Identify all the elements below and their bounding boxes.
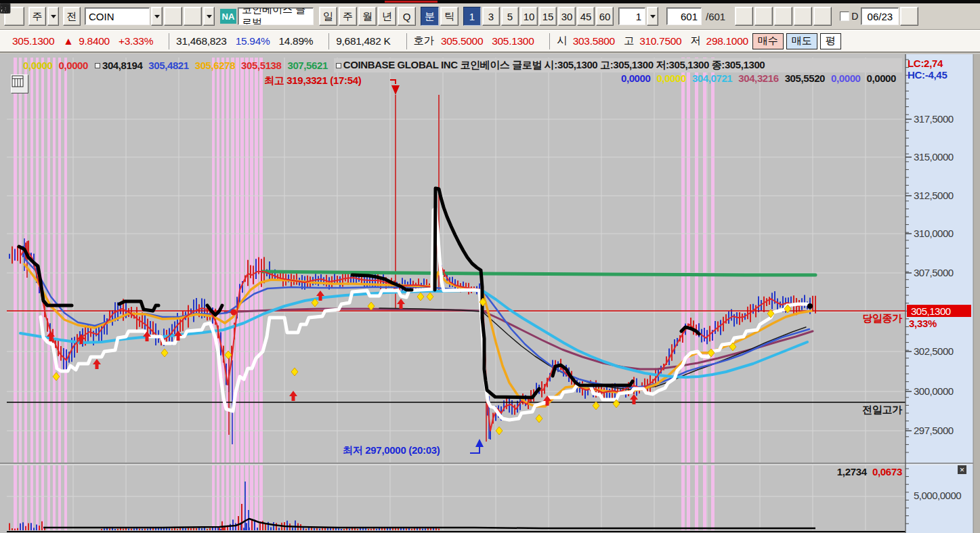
change-percent-axis-label: 3,33% — [909, 318, 937, 329]
legend-value: 305,6278 — [195, 60, 235, 71]
price-axis-label: 307,5000 — [914, 267, 971, 278]
volume-axis-label: 5,000,0000 — [914, 490, 971, 501]
price-axis-label: 300,0000 — [914, 385, 971, 397]
legend-value: 305,5520 — [785, 72, 825, 84]
price-axis-label: 312,5000 — [914, 190, 971, 201]
legend-box-icon — [95, 63, 100, 68]
day-close-label: 당일종가 — [745, 312, 902, 325]
prev-high-label: 전일고가 — [745, 404, 902, 417]
volume-indicator-value-1: 1,2734 — [837, 466, 867, 477]
price-axis-label: 310,0000 — [914, 228, 971, 239]
high-annotation: 최고 319,3321 (17:54) — [264, 74, 362, 87]
low-annotation: 최저 297,0000 (20:03) — [343, 444, 440, 457]
price-axis-label: 317,5000 — [914, 113, 971, 125]
legend-value: 0,0000 — [831, 72, 860, 84]
legend-value: 305,5138 — [241, 60, 281, 71]
volume-indicator-legend: 1,27340,0673 — [704, 466, 902, 477]
price-axis-label: 315,0000 — [914, 151, 971, 163]
chart-legend-row-2: 0,00000,0000304,0721304,3216305,55200,00… — [474, 72, 902, 84]
price-axis-label: 297,5000 — [914, 425, 971, 436]
price-axis-label: 302,5000 — [914, 345, 971, 357]
legend-value: 304,0721 — [692, 72, 732, 84]
legend-value: 0,0000 — [58, 60, 87, 71]
legend-value: 305,4821 — [148, 60, 188, 71]
symbol-title: COINBASE GLOBAL INC 코인베이스 글로벌 시:305,1300… — [343, 59, 765, 72]
indicator-close-icon[interactable]: ✕ — [958, 465, 966, 474]
table-icon — [12, 75, 24, 87]
lc-value: LC:2,74 — [908, 58, 943, 69]
chart-legend-row-1: 0,00000,0000304,8194305,4821305,6278305,… — [23, 58, 902, 72]
current-price-axis-badge: 305,1300 — [907, 305, 971, 317]
hc-value: HC:-4,45 — [908, 69, 947, 81]
legend-value: 304,8194 — [102, 60, 142, 71]
legend-value: 304,3216 — [738, 72, 778, 84]
chart-title-band: COINBASE GLOBAL INC 코인베이스 글로벌 시:305,1300… — [334, 58, 902, 72]
legend-value: 0,0000 — [656, 72, 685, 84]
legend-value: 0,0000 — [23, 60, 52, 71]
chart-grid-toggle-button[interactable] — [11, 74, 28, 93]
legend-value: 0,0000 — [621, 72, 650, 84]
legend-value: 307,5621 — [287, 60, 327, 71]
legend-value: 0,0000 — [867, 72, 896, 84]
legend-box-icon — [336, 63, 341, 68]
volume-indicator-value-2: 0,0673 — [872, 466, 902, 477]
